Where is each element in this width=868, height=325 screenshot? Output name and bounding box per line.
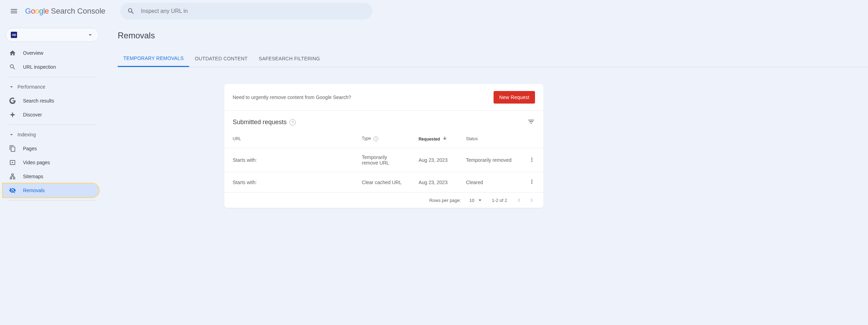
- table-row[interactable]: Starts with: Temporarily remove URL Aug …: [224, 148, 543, 172]
- product-name: Search Console: [51, 7, 106, 16]
- product-logo: Google Search Console: [25, 7, 106, 16]
- sidebar-item-label: URL inspection: [23, 64, 56, 70]
- requests-card: Need to urgently remove content from Goo…: [224, 84, 543, 208]
- tab-outdated-content[interactable]: Outdated Content: [189, 50, 253, 67]
- section-label: Indexing: [17, 132, 36, 137]
- tab-safesearch-filtering[interactable]: SafeSearch filtering: [253, 50, 326, 67]
- property-favicon: AD: [11, 32, 17, 38]
- card-subtitle: Submitted requests: [233, 119, 287, 126]
- cell-type: Clear cached URL: [354, 172, 410, 192]
- column-requested[interactable]: Requested: [410, 129, 458, 148]
- table-row[interactable]: Starts with: Clear cached URL Aug 23, 20…: [224, 172, 543, 192]
- main-content: Removals Temporary Removals Outdated Con…: [104, 22, 868, 325]
- video-icon: [8, 158, 17, 167]
- new-request-button[interactable]: New Request: [494, 91, 535, 104]
- sidebar-item-label: Overview: [23, 50, 43, 56]
- column-status[interactable]: Status: [458, 129, 520, 148]
- cell-type: Temporarily remove URL: [354, 148, 410, 172]
- google-g-icon: [8, 97, 17, 105]
- chevron-down-icon: [87, 31, 94, 38]
- search-input[interactable]: [141, 8, 365, 14]
- sidebar-item-label: Search results: [23, 98, 54, 104]
- column-url[interactable]: URL: [224, 129, 354, 148]
- more-icon[interactable]: [529, 180, 535, 186]
- chevron-down-icon: [476, 197, 483, 204]
- table-footer: Rows per page: 10 1-2 of 2: [224, 192, 543, 208]
- pages-icon: [8, 144, 17, 153]
- search-icon: [127, 7, 135, 15]
- sidebar-item-removals[interactable]: Removals: [3, 183, 99, 197]
- tab-temporary-removals[interactable]: Temporary Removals: [118, 50, 189, 67]
- chevron-left-icon[interactable]: [516, 197, 522, 204]
- header: Google Search Console: [0, 0, 868, 22]
- cell-requested: Aug 23, 2023: [410, 172, 458, 192]
- cell-url: Starts with:: [224, 148, 354, 172]
- card-subheader: Submitted requests ?: [224, 111, 543, 129]
- hamburger-menu-icon[interactable]: [6, 3, 22, 20]
- sidebar-item-label: Pages: [23, 146, 37, 151]
- rows-per-page-select[interactable]: 10: [469, 197, 483, 204]
- filter-icon[interactable]: [527, 118, 535, 127]
- page-title: Removals: [118, 31, 868, 40]
- sitemap-icon: [8, 172, 17, 181]
- sidebar-item-label: Removals: [23, 188, 45, 193]
- google-logo: Google: [25, 7, 49, 16]
- visibility-off-icon: [8, 186, 17, 195]
- url-inspect-search[interactable]: [120, 3, 372, 20]
- discover-icon: [8, 111, 17, 119]
- sidebar-item-sitemaps[interactable]: Sitemaps: [3, 169, 99, 183]
- cell-requested: Aug 23, 2023: [410, 148, 458, 172]
- cell-status: Cleared: [458, 172, 520, 192]
- sidebar-item-url-inspection[interactable]: URL inspection: [3, 60, 99, 74]
- sidebar-item-overview[interactable]: Overview: [3, 46, 99, 60]
- home-icon: [8, 49, 17, 57]
- help-icon[interactable]: ?: [373, 136, 378, 141]
- cell-url: Starts with:: [224, 172, 354, 192]
- cell-status: Temporarily removed: [458, 148, 520, 172]
- chevron-right-icon[interactable]: [528, 197, 535, 204]
- more-icon[interactable]: [529, 158, 535, 164]
- sidebar-item-label: Sitemaps: [23, 174, 43, 179]
- sidebar-item-discover[interactable]: Discover: [3, 108, 99, 122]
- search-icon: [8, 63, 17, 71]
- sidebar-section-performance[interactable]: Performance: [3, 80, 102, 94]
- sidebar-item-label: Discover: [23, 112, 42, 118]
- help-icon[interactable]: ?: [289, 119, 296, 126]
- property-selector[interactable]: AD: [6, 28, 99, 42]
- pagination-range: 1-2 of 2: [492, 198, 507, 203]
- chevron-down-icon: [8, 84, 15, 90]
- divider: [8, 77, 96, 77]
- sidebar-item-search-results[interactable]: Search results: [3, 94, 99, 108]
- prompt-text: Need to urgently remove content from Goo…: [233, 95, 351, 100]
- card-header: Need to urgently remove content from Goo…: [224, 84, 543, 111]
- sidebar-item-pages[interactable]: Pages: [3, 142, 99, 156]
- divider: [8, 200, 96, 201]
- sidebar-section-indexing[interactable]: Indexing: [3, 128, 102, 142]
- rows-per-page-label: Rows per page:: [429, 198, 461, 203]
- sidebar-item-video-pages[interactable]: Video pages: [3, 156, 99, 169]
- chevron-down-icon: [8, 131, 15, 138]
- requests-table: URL Type ? Requested Status: [224, 129, 543, 192]
- divider: [8, 124, 96, 125]
- sidebar-item-label: Video pages: [23, 160, 50, 165]
- sidebar: AD Overview URL inspection Performance S…: [0, 22, 104, 325]
- column-type[interactable]: Type ?: [354, 129, 410, 148]
- section-label: Performance: [17, 84, 45, 90]
- tabs: Temporary Removals Outdated Content Safe…: [118, 50, 868, 67]
- sort-descending-icon: [442, 136, 447, 142]
